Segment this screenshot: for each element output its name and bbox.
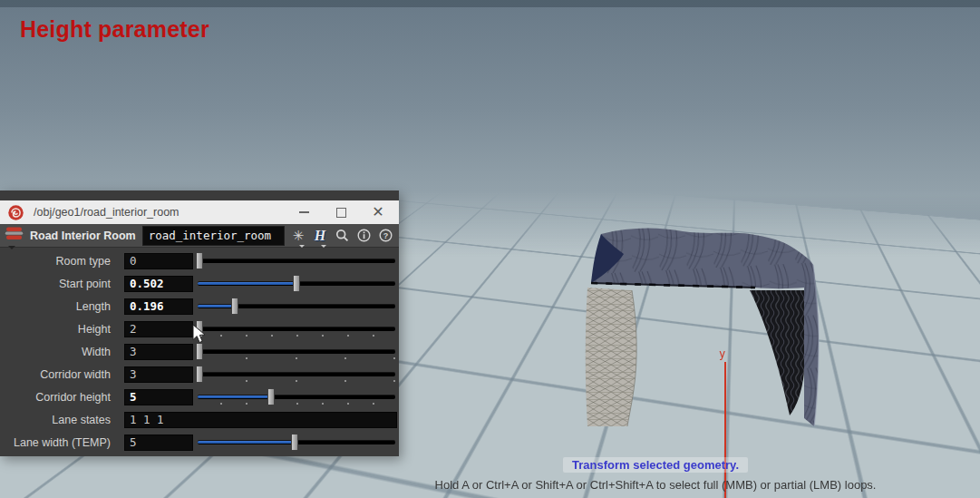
search-icon[interactable] — [331, 226, 353, 246]
slider-handle[interactable] — [267, 388, 275, 405]
param-value-field[interactable]: 5 — [124, 389, 193, 405]
node-toolbar: Road Interior Room road_interior_room ✳ … — [0, 224, 399, 248]
viewport-help-message: Hold A or Ctrl+A or Shift+A or Ctrl+Shif… — [435, 478, 877, 492]
param-slider[interactable] — [198, 272, 397, 295]
param-value-field[interactable]: 3 — [124, 344, 193, 360]
param-value-field[interactable]: 2 — [124, 321, 193, 337]
param-row-corridor-width: Corridor width 3 — [0, 363, 399, 386]
gear-caret-icon — [299, 245, 305, 248]
window-title: /obj/geo1/road_interior_room — [34, 206, 180, 219]
gizmo-z-label: z — [31, 468, 37, 480]
param-slider[interactable] — [198, 431, 397, 454]
model-left-wall — [586, 288, 636, 426]
param-row-start-point: Start point 0.502 — [0, 272, 399, 295]
param-row-room-type: Room type 0 — [0, 249, 399, 272]
param-slider[interactable] — [198, 363, 397, 386]
viewport-status-message: Transform selected geometry. — [563, 457, 748, 473]
slider-handle[interactable] — [291, 434, 298, 451]
slider-handle[interactable] — [293, 275, 300, 292]
y-axis-label: y — [719, 347, 725, 360]
info-icon[interactable] — [353, 226, 374, 246]
param-value-field[interactable]: 0.502 — [124, 276, 193, 292]
slider-handle[interactable] — [196, 252, 203, 269]
node-name-input[interactable]: road_interior_room — [142, 226, 285, 246]
param-value-field[interactable]: 0.196 — [124, 298, 193, 315]
model-right-wall — [750, 290, 804, 415]
slider-handle[interactable] — [196, 343, 203, 360]
param-row-lane-width: Lane width (TEMP) 5 — [0, 431, 399, 454]
close-button[interactable]: ✕ — [372, 206, 384, 219]
param-label: Width — [0, 346, 111, 358]
slider-handle[interactable] — [231, 298, 238, 315]
mouse-cursor — [192, 324, 207, 344]
param-row-lane-states: Lane states 1 1 1 — [0, 408, 399, 431]
param-value-field[interactable]: 1 1 1 — [124, 412, 397, 428]
houdini-logo-icon[interactable]: H — [309, 226, 331, 246]
param-slider[interactable] — [198, 386, 397, 408]
param-row-corridor-height: Corridor height 5 — [0, 386, 399, 408]
param-slider[interactable] — [198, 249, 397, 272]
param-slider[interactable] — [198, 340, 397, 363]
parameter-list: Room type 0 Start point 0.502 Length 0.1… — [0, 248, 399, 456]
param-value-field[interactable]: 5 — [124, 435, 193, 451]
node-type-icon[interactable] — [5, 227, 24, 244]
slider-handle[interactable] — [196, 366, 203, 383]
param-label: Corridor width — [0, 368, 111, 381]
axis-gizmo: y x z — [0, 449, 49, 498]
houdini-app-icon — [7, 204, 24, 221]
param-label: Lane width (TEMP) — [0, 436, 111, 449]
room-model — [576, 222, 825, 435]
minimize-button[interactable] — [297, 206, 310, 219]
window-titlebar[interactable]: /obj/geo1/road_interior_room ✕ — [0, 200, 399, 224]
page-title: Height parameter — [20, 16, 209, 43]
node-type-label: Road Interior Room — [30, 229, 136, 242]
help-icon[interactable]: ? — [374, 226, 396, 246]
param-slider[interactable] — [198, 317, 397, 340]
param-label: Corridor height — [0, 391, 111, 404]
houdini-caret-icon — [321, 245, 326, 248]
param-label: Length — [0, 300, 111, 313]
maximize-button[interactable] — [335, 206, 347, 219]
param-value-field[interactable]: 3 — [124, 366, 193, 383]
svg-text:?: ? — [383, 231, 388, 240]
gear-icon[interactable]: ✳ — [287, 226, 309, 246]
param-label: Height — [0, 323, 111, 336]
param-row-length: Length 0.196 — [0, 295, 399, 317]
node-menu-caret-icon — [8, 246, 15, 249]
gizmo-x-label: x — [7, 468, 14, 480]
param-label: Start point — [0, 278, 111, 290]
param-value-field[interactable]: 0 — [124, 253, 193, 269]
param-slider[interactable] — [198, 295, 397, 317]
top-edge-strip — [0, 0, 980, 7]
window-frame-strip — [0, 190, 399, 200]
param-label: Lane states — [0, 414, 111, 426]
param-label: Room type — [0, 255, 111, 268]
